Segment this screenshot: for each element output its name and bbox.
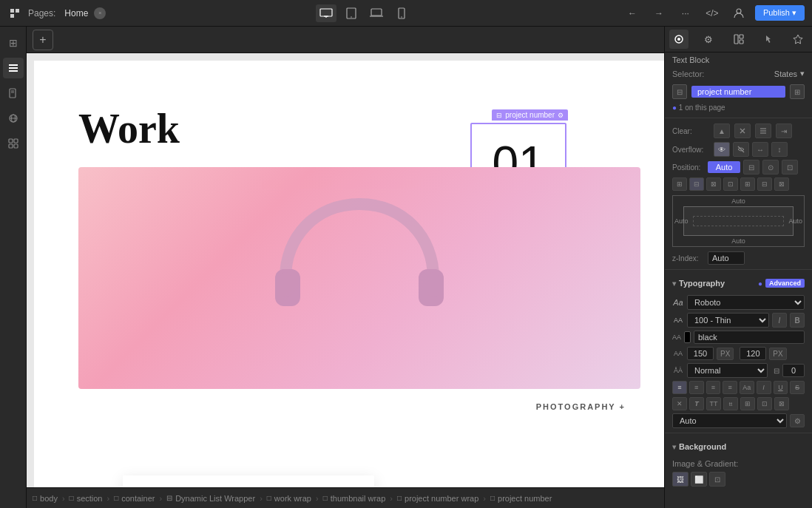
close-tab-btn[interactable]: × (94, 7, 106, 19)
typography-collapse[interactable]: ▾ Typography (672, 279, 725, 288)
normal-select[interactable]: Normal (687, 363, 768, 378)
clear-row: Clear: ▲ ⇥ (665, 121, 812, 140)
spacing-btn5[interactable]: ⊞ (740, 177, 755, 191)
format-btn7[interactable]: TT (706, 397, 721, 410)
italic-btn[interactable]: I (772, 313, 787, 328)
overflow-scroll-y-btn[interactable]: ↕ (771, 142, 788, 157)
panel-interactions-icon[interactable] (759, 30, 778, 49)
spacing-btn1[interactable]: ⊞ (672, 177, 687, 191)
page-name[interactable]: Home (64, 8, 88, 18)
selector-grid-btn[interactable]: ⊞ (790, 84, 805, 99)
background-collapse[interactable]: ▾ Background (672, 442, 726, 451)
clear-btn2[interactable] (734, 123, 751, 138)
font-row: Aa Roboto (665, 294, 812, 311)
tablet-icon[interactable] (341, 4, 362, 22)
canvas-content[interactable]: Work ⊟ project number ⚙ 01 (27, 53, 664, 487)
format-btn5[interactable]: ✕ (672, 397, 687, 410)
typography-header[interactable]: ▾ Typography ● Advanced (665, 273, 812, 294)
bg-gradient-btn[interactable]: ⬜ (691, 472, 707, 487)
nav-back-btn[interactable]: ← (622, 4, 643, 22)
align-justify-btn[interactable]: ≡ (723, 381, 737, 394)
breadcrumb-container[interactable]: □ container (114, 494, 155, 503)
text-format-btn1[interactable]: Aa (740, 381, 754, 394)
selector-element-btn[interactable]: ⊟ (672, 84, 687, 99)
format-btn10[interactable]: ⊡ (757, 397, 772, 410)
breadcrumb-project-number-wrap-label: project number wrap (405, 494, 478, 503)
font-size-input[interactable] (687, 347, 714, 360)
sidebar-cms-icon[interactable] (3, 108, 24, 129)
mobile-icon[interactable] (391, 4, 412, 22)
panel-custom-icon[interactable] (788, 30, 808, 49)
line-height-input[interactable] (740, 347, 766, 360)
bold-btn[interactable]: B (790, 313, 805, 328)
overflow-hidden-btn[interactable] (733, 142, 749, 157)
position-icon-btn1[interactable]: ⊟ (743, 160, 759, 175)
user-btn[interactable] (728, 4, 749, 22)
sep7: › (483, 494, 486, 503)
sidebar-pages-icon[interactable] (3, 83, 24, 104)
project-number-label[interactable]: ⊟ project number ⚙ (492, 109, 568, 121)
z-index-input[interactable] (708, 251, 745, 265)
align-right-btn[interactable]: ≡ (706, 381, 721, 394)
format-btn8[interactable]: tt (723, 397, 738, 410)
text-format-btn4[interactable]: S (790, 381, 805, 394)
panel-layout-icon[interactable] (729, 30, 748, 49)
breadcrumb-project-number-wrap[interactable]: □ project number wrap (397, 494, 478, 503)
overflow-scroll-x-btn[interactable]: ↔ (752, 142, 768, 157)
breadcrumb-section[interactable]: □ section (70, 494, 103, 503)
svg-rect-10 (9, 64, 18, 66)
selector-tag[interactable]: project number (691, 86, 785, 98)
canvas-add-btn[interactable]: + (33, 30, 53, 50)
more-btn[interactable]: ··· (675, 4, 696, 22)
sidebar-add-icon[interactable]: ⊞ (3, 33, 24, 53)
position-icon-btn2[interactable]: ⊙ (762, 160, 779, 175)
project-number-bc-icon: □ (490, 494, 495, 502)
sidebar-layers-icon[interactable] (3, 58, 24, 78)
spacing-btn4[interactable]: ⊡ (723, 177, 738, 191)
font-select[interactable]: Roboto (687, 295, 805, 310)
clear-btn3[interactable] (755, 123, 771, 138)
overflow-visible-btn[interactable]: 👁 (714, 142, 730, 157)
format-btn6[interactable]: T (689, 397, 704, 410)
font-color-swatch[interactable] (684, 331, 691, 343)
font-color-input[interactable] (694, 331, 805, 344)
publish-btn[interactable]: Publish ▾ (755, 5, 805, 21)
text-format-btn2[interactable]: I (757, 381, 771, 394)
breadcrumb-dynamic-list[interactable]: ⊟ Dynamic List Wrapper (166, 494, 255, 503)
breadcrumb-project-number[interactable]: □ project number (490, 494, 552, 503)
format-btn9[interactable]: ⊞ (740, 397, 755, 410)
position-value[interactable]: Auto (708, 161, 740, 173)
nav-forward-btn[interactable]: → (649, 4, 669, 22)
panel-settings-icon[interactable]: ⚙ (699, 30, 718, 49)
weight-select[interactable]: 100 - Thin (687, 313, 769, 328)
spacing-btn7[interactable]: ⊠ (774, 177, 789, 191)
position-icon-btn3[interactable]: ⊡ (782, 160, 798, 175)
clear-btn4[interactable]: ⇥ (776, 123, 792, 138)
spacing-input[interactable] (782, 364, 805, 377)
laptop-icon[interactable] (366, 4, 387, 22)
auto-select[interactable]: Auto (672, 413, 787, 428)
desktop-icon[interactable] (316, 4, 336, 22)
breadcrumb-body[interactable]: □ body (33, 494, 58, 503)
align-center-btn[interactable]: ≡ (689, 381, 704, 394)
breadcrumb-thumbnail-wrap[interactable]: □ thumbnail wrap (323, 494, 386, 503)
background-header[interactable]: ▾ Background (665, 436, 812, 457)
format-btn11[interactable]: ⊠ (774, 397, 789, 410)
canvas-page: Work ⊟ project number ⚙ 01 (34, 61, 664, 487)
project-number-settings-icon[interactable]: ⚙ (558, 112, 564, 119)
code-btn[interactable]: </> (702, 4, 723, 22)
panel-style-icon[interactable] (669, 30, 688, 49)
auto-gear-btn[interactable]: ⚙ (790, 414, 805, 427)
text-format-btn3[interactable]: U (774, 381, 788, 394)
spacing-btn3[interactable]: ⊠ (706, 177, 721, 191)
clear-up-btn[interactable]: ▲ (714, 123, 730, 138)
bg-none-btn[interactable]: ⊡ (709, 472, 725, 487)
spacing-btn6[interactable]: ⊟ (757, 177, 772, 191)
sidebar-assets-icon[interactable] (3, 133, 24, 154)
spacing-btn2[interactable]: ⊟ (689, 177, 704, 191)
align-left-btn[interactable]: ≡ (672, 381, 687, 394)
states-btn[interactable]: States ▾ (774, 69, 805, 78)
bg-image-btn[interactable]: 🖼 (672, 472, 688, 487)
breadcrumb-work-wrap[interactable]: □ work wrap (267, 494, 311, 503)
advanced-badge[interactable]: Advanced (765, 279, 805, 288)
